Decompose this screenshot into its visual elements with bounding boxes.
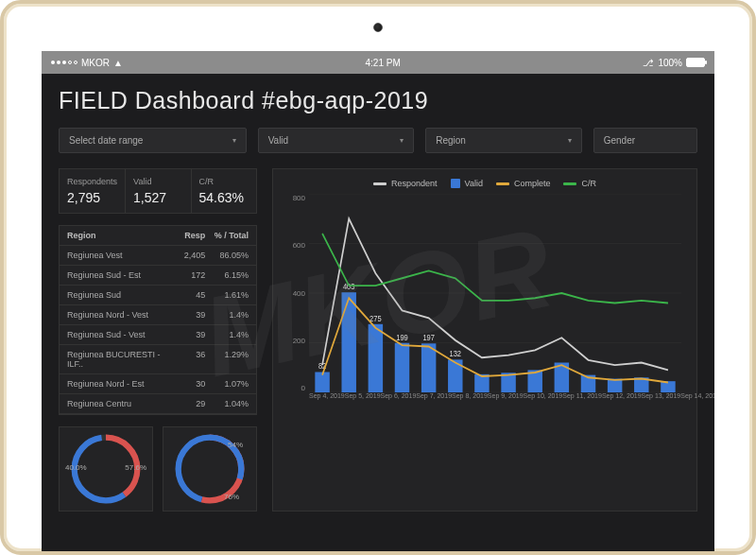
signal-dots-icon (51, 61, 77, 64)
kpi-valid-value: 1,527 (133, 190, 182, 205)
svg-rect-17 (395, 343, 409, 392)
dashboard-content: FIELD Dashboard #ebg-aqp-2019 Select dat… (42, 74, 714, 525)
donut-2-b-label: 76% (224, 493, 239, 501)
chart-legend: Respondent Valid Complete C/R (284, 179, 685, 188)
donut-chart-2: 54% 76% (163, 426, 257, 512)
wifi-icon: ▲ (113, 58, 123, 68)
battery-icon (686, 58, 705, 67)
chart-svg: 82403275199197132 (309, 194, 681, 392)
date-range-label: Select date range (69, 135, 143, 146)
kpi-panel: Respondents 2,795 Valid 1,527 C/R 54.63% (59, 168, 257, 214)
legend-valid: Valid (465, 179, 483, 188)
svg-text:132: 132 (450, 350, 462, 358)
table-row[interactable]: Regiunea Sud451.61% (60, 286, 256, 305)
legend-cr: C/R (581, 179, 596, 188)
carrier-label: MKOR (81, 58, 110, 68)
legend-complete: Complete (514, 179, 551, 188)
svg-rect-11 (315, 372, 329, 392)
svg-text:199: 199 (396, 333, 408, 341)
donut-1-a-label: 40.0% (65, 463, 87, 472)
th-region[interactable]: Region (67, 231, 163, 240)
svg-rect-19 (421, 343, 436, 392)
gender-label: Gender (604, 135, 635, 146)
table-row[interactable]: Regiunea Sud - Est1726.15% (60, 266, 256, 286)
screen: MKOR ▲ 4:21 PM ⎇ 100% FIELD Dashboard #e… (42, 51, 714, 551)
region-table: Region Resp % / Total Regiunea Vest2,405… (59, 225, 257, 415)
svg-text:197: 197 (422, 334, 435, 342)
table-row[interactable]: Regiunea BUCURESTI - ILF..361.29% (60, 345, 256, 374)
table-row[interactable]: Regiunea Sud - Vest391.4% (60, 325, 256, 345)
chevron-down-icon: ▾ (568, 136, 572, 145)
filter-row: Select date range ▾ Valid ▾ Region ▾ Gen… (59, 128, 697, 153)
tablet-frame: MKOR ▲ 4:21 PM ⎇ 100% FIELD Dashboard #e… (0, 0, 756, 555)
svg-text:275: 275 (369, 314, 382, 322)
legend-respondent: Respondent (391, 179, 438, 188)
chevron-down-icon: ▾ (232, 136, 236, 145)
svg-text:403: 403 (343, 283, 355, 291)
valid-label: Valid (268, 135, 289, 146)
region-select[interactable]: Region ▾ (425, 128, 582, 153)
svg-rect-13 (341, 292, 355, 392)
status-bar: MKOR ▲ 4:21 PM ⎇ 100% (42, 51, 714, 74)
kpi-valid-label: Valid (133, 177, 182, 186)
kpi-respondents-label: Respondents (67, 177, 117, 186)
status-time: 4:21 PM (366, 58, 401, 68)
main-chart-panel: Respondent Valid Complete C/R 8006004002… (272, 168, 697, 512)
table-row[interactable]: Regiunea Vest2,40586.05% (60, 246, 256, 266)
table-row[interactable]: Regiunea Centru291.04% (60, 394, 256, 414)
valid-select[interactable]: Valid ▾ (258, 128, 415, 153)
bluetooth-icon: ⎇ (643, 58, 654, 68)
kpi-respondents-value: 2,795 (67, 190, 117, 205)
x-axis-labels: Sep 4, 2019Sep 5, 2019Sep 6, 2019Sep 7, … (309, 392, 681, 411)
table-row[interactable]: Regiunea Nord - Est301.07% (60, 374, 256, 394)
svg-rect-15 (369, 324, 383, 392)
page-title: FIELD Dashboard #ebg-aqp-2019 (59, 87, 697, 114)
chevron-down-icon: ▾ (400, 136, 404, 145)
battery-pct: 100% (658, 58, 682, 68)
th-resp[interactable]: Resp (163, 231, 206, 240)
y-axis-labels: 8006004002000 (284, 194, 305, 392)
th-pct[interactable]: % / Total (205, 231, 249, 240)
donut-1-b-label: 57.6% (125, 463, 146, 472)
svg-rect-30 (661, 381, 675, 392)
gender-select[interactable]: Gender (593, 128, 697, 153)
camera-dot (373, 23, 383, 32)
table-row[interactable]: Regiunea Nord - Vest391.4% (60, 305, 256, 325)
kpi-cr-value: 54.63% (199, 190, 249, 205)
date-range-select[interactable]: Select date range ▾ (59, 128, 247, 153)
region-label: Region (436, 135, 466, 146)
donut-chart-1: 40.0% 57.6% (59, 426, 153, 512)
kpi-cr-label: C/R (199, 177, 249, 186)
donut-2-a-label: 54% (228, 441, 243, 449)
